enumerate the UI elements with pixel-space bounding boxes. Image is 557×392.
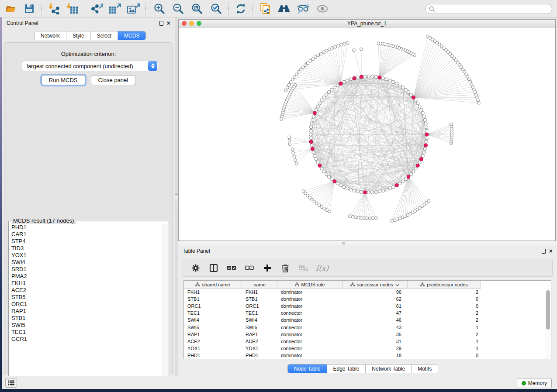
table-row[interactable]: ACE2ACE2connector311 <box>184 338 546 345</box>
cell-mcds_role[interactable]: dominator <box>277 296 343 302</box>
column-header-predecessor-nodes[interactable]: predecessor nodes <box>408 281 481 289</box>
cell-successor_nodes[interactable]: 96 <box>343 289 408 295</box>
cell-shared_name[interactable]: SWI4 <box>184 317 242 323</box>
select-all-icon[interactable] <box>226 263 237 273</box>
float-panel-icon[interactable] <box>159 21 163 26</box>
cell-name[interactable]: RAP1 <box>242 332 277 337</box>
import-table-icon[interactable] <box>66 2 80 15</box>
deselect-all-icon[interactable] <box>244 263 255 273</box>
column-header-shared-name[interactable]: shared name <box>184 281 242 289</box>
cell-predecessor_nodes[interactable]: 0 <box>408 296 481 302</box>
tab-mcds[interactable]: MCDS <box>118 31 145 40</box>
cell-name[interactable]: ACE2 <box>242 339 277 344</box>
table-row[interactable]: FKH1FKH1dominator962 <box>184 289 546 296</box>
cell-predecessor_nodes[interactable]: 0 <box>408 353 481 358</box>
cell-name[interactable]: PHD1 <box>242 353 277 358</box>
cell-mcds_role[interactable]: connector <box>277 346 343 351</box>
cell-predecessor_nodes[interactable]: 0 <box>408 303 481 309</box>
cell-mcds_role[interactable]: dominator <box>277 303 343 309</box>
mcds-result-node[interactable]: STB1 <box>11 315 163 322</box>
show-all-icon[interactable] <box>315 2 329 15</box>
network-canvas[interactable] <box>179 28 555 241</box>
cell-successor_nodes[interactable]: 29 <box>343 346 408 351</box>
network-titlebar[interactable]: YPA_prune.txt_1 <box>179 20 555 28</box>
scrollbar-thumb[interactable] <box>546 290 550 330</box>
table-row[interactable]: STB1STB1dominator620 <box>184 296 546 303</box>
table-row[interactable]: ORC1ORC1dominator610 <box>184 303 546 309</box>
export-image-icon[interactable] <box>126 2 140 15</box>
cell-mcds_role[interactable]: dominator <box>277 332 343 337</box>
mcds-result-node[interactable]: PMA2 <box>11 273 163 280</box>
search-box[interactable] <box>425 4 552 14</box>
close-panel-button[interactable]: Close panel <box>91 75 136 85</box>
cell-mcds_role[interactable]: connector <box>277 310 343 316</box>
mcds-result-node[interactable]: ORC1 <box>11 301 163 308</box>
horizontal-split-divider[interactable] <box>178 241 557 245</box>
table-row[interactable]: SWI4SWI4dominator462 <box>184 316 546 323</box>
task-history-button[interactable] <box>5 378 17 388</box>
cell-predecessor_nodes[interactable]: 1 <box>408 346 481 351</box>
table-scrollbar[interactable] <box>545 289 551 359</box>
cell-successor_nodes[interactable]: 43 <box>343 325 408 330</box>
mcds-result-node[interactable]: CAR1 <box>11 231 163 238</box>
mcds-result-node[interactable]: TID3 <box>11 245 163 252</box>
cell-name[interactable]: ORC1 <box>242 303 277 309</box>
table-row[interactable]: TEC1TEC1connector472 <box>184 309 546 316</box>
export-table-icon[interactable] <box>107 2 121 15</box>
cell-predecessor_nodes[interactable]: 2 <box>408 289 481 295</box>
vertical-split-divider[interactable] <box>175 17 178 376</box>
cell-name[interactable]: SWI5 <box>242 325 277 330</box>
mcds-result-node[interactable]: RAP1 <box>11 308 163 315</box>
zoom-selected-icon[interactable] <box>209 2 223 15</box>
mcds-result-node[interactable]: SRD1 <box>11 266 163 273</box>
clone-network-icon[interactable] <box>259 2 273 15</box>
cell-shared_name[interactable]: ORC1 <box>184 303 242 309</box>
mcds-result-node[interactable]: STB5 <box>11 294 163 301</box>
tab-network-table[interactable]: Network Table <box>366 364 412 373</box>
mcds-result-node[interactable]: PHD1 <box>11 224 163 231</box>
column-header-MCDS-role[interactable]: MCDS role <box>277 281 343 289</box>
add-column-icon[interactable] <box>262 263 273 273</box>
run-mcds-button[interactable]: Run MCDS <box>42 75 85 85</box>
column-header-name[interactable]: name <box>242 281 277 289</box>
close-panel-icon[interactable]: × <box>549 249 553 253</box>
table-row[interactable]: YOX1YOX1connector291 <box>184 345 546 352</box>
cell-shared_name[interactable]: ACE2 <box>184 339 242 344</box>
cell-shared_name[interactable]: FKH1 <box>184 289 242 295</box>
cell-mcds_role[interactable]: connector <box>277 325 343 330</box>
tab-node-table[interactable]: Node Table <box>288 364 327 373</box>
settings-gear-icon[interactable] <box>190 263 201 273</box>
zoom-out-icon[interactable] <box>171 2 185 15</box>
cell-name[interactable]: FKH1 <box>242 289 277 295</box>
optimization-criterion-dropdown[interactable]: largest connected component (undirected) <box>22 61 158 71</box>
hide-selected-icon[interactable] <box>296 2 310 15</box>
search-input[interactable] <box>437 6 552 12</box>
table-row[interactable]: SWI5SWI5connector431 <box>184 323 546 330</box>
delete-column-icon[interactable] <box>280 263 291 273</box>
divider-handle[interactable] <box>342 242 345 244</box>
cell-name[interactable]: YOX1 <box>242 346 277 351</box>
show-columns-icon[interactable] <box>208 263 219 273</box>
cell-predecessor_nodes[interactable]: 2 <box>408 332 481 337</box>
cell-shared_name[interactable]: RAP1 <box>184 332 242 337</box>
cell-mcds_role[interactable]: dominator <box>277 289 343 295</box>
mcds-result-node[interactable]: SWI4 <box>11 259 163 266</box>
mcds-result-node[interactable]: ACE2 <box>11 287 163 294</box>
save-session-icon[interactable] <box>22 2 36 15</box>
divider-handle[interactable] <box>175 194 178 201</box>
cell-predecessor_nodes[interactable]: 1 <box>408 339 481 344</box>
cell-successor_nodes[interactable]: 62 <box>343 296 408 302</box>
cell-shared_name[interactable]: SWI5 <box>184 325 242 330</box>
cell-mcds_role[interactable]: dominator <box>277 353 343 358</box>
float-panel-icon[interactable] <box>542 249 546 254</box>
cell-successor_nodes[interactable]: 31 <box>343 339 408 344</box>
cell-name[interactable]: STB1 <box>242 296 277 302</box>
open-file-icon[interactable] <box>3 2 17 15</box>
cell-shared_name[interactable]: PHD1 <box>184 353 242 358</box>
mcds-result-node[interactable]: STP4 <box>11 238 163 245</box>
cell-shared_name[interactable]: STB1 <box>184 296 242 302</box>
tab-motifs[interactable]: Motifs <box>412 364 438 373</box>
cell-predecessor_nodes[interactable]: 2 <box>408 317 481 323</box>
import-network-icon[interactable] <box>47 2 61 15</box>
tab-edge-table[interactable]: Edge Table <box>327 364 366 373</box>
